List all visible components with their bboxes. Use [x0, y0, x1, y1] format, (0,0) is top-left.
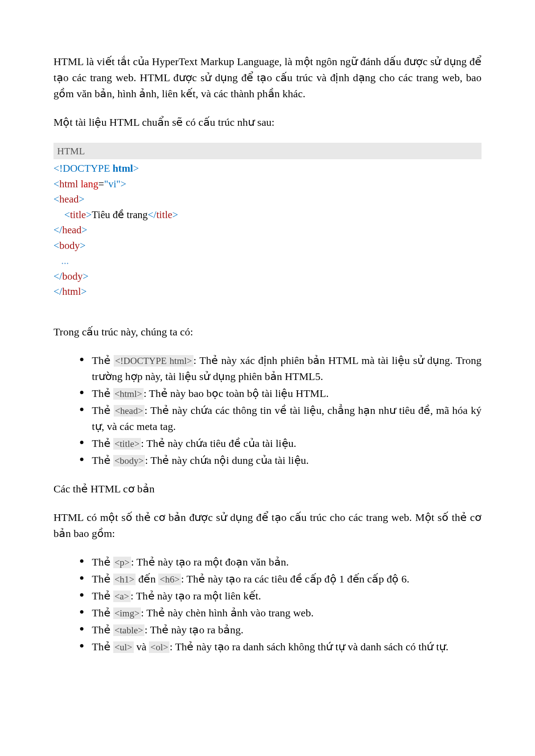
code-line: ... — [54, 253, 482, 269]
code-line: <html lang="vi"> — [54, 177, 482, 192]
inline-code: <!DOCTYPE html> — [114, 355, 193, 367]
list-item: Thẻ <body>: Thẻ này chứa nội dung của tà… — [79, 452, 482, 468]
inline-code: <img> — [113, 607, 141, 619]
inline-code: <table> — [113, 624, 145, 636]
inline-code: <ul> — [113, 641, 134, 653]
inline-code: <p> — [113, 557, 131, 568]
list-item: Thẻ <!DOCTYPE html>: Thẻ này xác định ph… — [79, 352, 482, 384]
code-line: </head> — [54, 223, 482, 238]
code-block-header: HTML — [54, 143, 482, 159]
code-line: </body> — [54, 269, 482, 285]
structure-explain-intro: Trong cấu trúc này, chúng ta có: — [54, 324, 482, 340]
code-line: <head> — [54, 192, 482, 207]
inline-code: <ol> — [149, 641, 169, 653]
list-item: Thẻ <h1> đến <h6>: Thẻ này tạo ra các ti… — [79, 571, 482, 587]
basic-tags-intro: HTML có một số thẻ cơ bản được sử dụng đ… — [54, 509, 482, 541]
inline-code: <head> — [114, 405, 144, 417]
code-block-body: <!DOCTYPE html> <html lang="vi"> <head> … — [54, 159, 482, 302]
inline-code: <h6> — [158, 574, 181, 585]
list-item: Thẻ <head>: Thẻ này chứa các thông tin v… — [79, 402, 482, 434]
list-item: Thẻ <table>: Thẻ này tạo ra bảng. — [79, 622, 482, 638]
basic-tags-list: Thẻ <p>: Thẻ này tạo ra một đoạn văn bản… — [54, 554, 482, 655]
inline-code: <title> — [113, 438, 141, 450]
list-item: Thẻ <title>: Thẻ này chứa tiêu đề của tà… — [79, 435, 482, 451]
inline-code: <body> — [113, 455, 145, 467]
code-block: HTML <!DOCTYPE html> <html lang="vi"> <h… — [54, 143, 482, 302]
intro-paragraph: HTML là viết tắt của HyperText Markup La… — [54, 54, 482, 102]
list-item: Thẻ <img>: Thẻ này chèn hình ảnh vào tra… — [79, 605, 482, 621]
list-item: Thẻ <html>: Thẻ này bao bọc toàn bộ tài … — [79, 385, 482, 401]
code-line: </html> — [54, 284, 482, 300]
code-line: <body> — [54, 238, 482, 254]
basic-tags-title: Các thẻ HTML cơ bản — [54, 481, 482, 497]
structure-intro: Một tài liệu HTML chuẩn sẽ có cấu trúc n… — [54, 114, 482, 130]
inline-code: <a> — [113, 591, 131, 602]
inline-code: <h1> — [113, 574, 136, 585]
structure-list: Thẻ <!DOCTYPE html>: Thẻ này xác định ph… — [54, 352, 482, 468]
code-line: <!DOCTYPE html> — [54, 161, 482, 177]
inline-code: <html> — [113, 388, 144, 400]
code-line: <title>Tiêu đề trang</title> — [54, 207, 482, 223]
list-item: Thẻ <p>: Thẻ này tạo ra một đoạn văn bản… — [79, 554, 482, 570]
list-item: Thẻ <ul> và <ol>: Thẻ này tạo ra danh sá… — [79, 639, 482, 655]
list-item: Thẻ <a>: Thẻ này tạo ra một liên kết. — [79, 588, 482, 604]
